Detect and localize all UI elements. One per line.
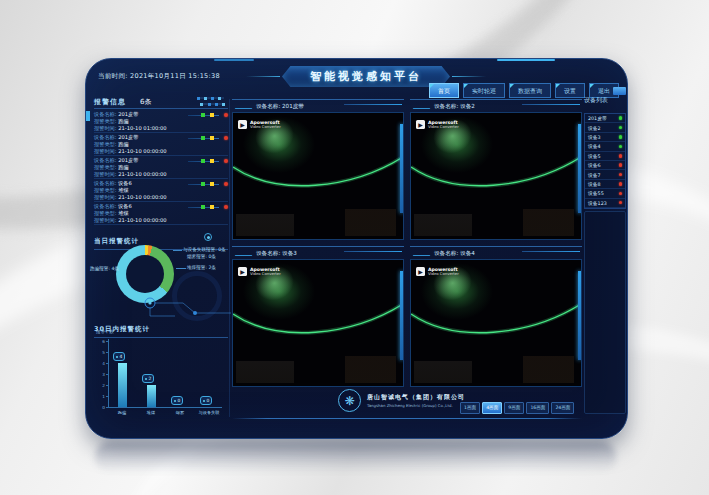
alarm-item[interactable]: 设备名称: 设备6报警类型: 堆煤报警时间: 21-10-10 00:00:00: [94, 202, 228, 225]
alarm-time-line: 报警时间: 21-10-10 00:00:00: [94, 148, 228, 155]
machinery-shadow: [345, 356, 396, 384]
screen-layout-button[interactable]: 16画面: [526, 402, 549, 414]
alarm-device-value: 201皮带: [118, 111, 138, 117]
bar-value-bubble: 0: [200, 396, 212, 405]
device-name: 设备8: [588, 181, 619, 187]
alarm-type-value: 跑偏: [118, 141, 128, 147]
alarm-device-value: 201皮带: [118, 134, 138, 140]
device-row[interactable]: 设备6: [585, 161, 625, 170]
screen-layout-button[interactable]: 24画面: [551, 402, 574, 414]
alarm-type-label: 报警类型:: [94, 210, 118, 216]
watermark-line2: Video Converter: [428, 125, 459, 130]
video-feed[interactable]: Apowersoft Video Converter: [410, 259, 582, 387]
alarm-time-label: 报警时间:: [94, 171, 118, 177]
alarm-type-label: 报警类型:: [94, 118, 118, 124]
donut-label-coalpile: 堆煤报警: 2条: [187, 265, 216, 270]
bubble-dot: [116, 356, 118, 358]
edge-accent: [86, 111, 90, 121]
nav-button[interactable]: 设置: [555, 83, 585, 98]
current-time: 当前时间: 2021年10月11日 15:15:38: [98, 72, 220, 81]
alarm-item[interactable]: 设备名称: 201皮带报警类型: 跑偏报警时间: 21-10-10 00:00:…: [94, 133, 228, 156]
device-row[interactable]: 设备55: [585, 189, 625, 198]
nav-button[interactable]: 首页: [429, 83, 459, 98]
video-header: 设备名称: 设备2: [410, 99, 582, 113]
device-row[interactable]: 设备8: [585, 180, 625, 189]
screen-layout-button[interactable]: 9画面: [504, 402, 524, 414]
alarm-item[interactable]: 设备名称: 设备6报警类型: 堆煤报警时间: 21-10-10 00:00:00: [94, 179, 228, 202]
device-status-dot: [619, 192, 623, 196]
watermark-line2: Video Converter: [250, 272, 281, 277]
video-feed[interactable]: Apowersoft Video Converter: [410, 112, 582, 240]
device-status-dot: [619, 173, 623, 177]
alarm-type-line: 报警类型: 跑偏: [94, 141, 228, 148]
bar-value-bubble: 4: [113, 352, 125, 361]
indicator-green-dot: [201, 205, 205, 209]
video-feed[interactable]: Apowersoft Video Converter: [232, 112, 404, 240]
nav-button[interactable]: 实时轮巡: [463, 83, 505, 98]
indicator-green-dot: [201, 136, 205, 140]
device-row[interactable]: 设备2: [585, 123, 625, 132]
video-scrollbar[interactable]: [578, 271, 581, 359]
alarm-item[interactable]: 设备名称: 201皮带报警类型: 跑偏报警时间: 21-10-10 01:00:…: [94, 110, 228, 133]
device-row[interactable]: 201皮带: [585, 114, 625, 123]
device-list-header: 设备列表: [584, 87, 626, 99]
bar-value-bubble: 2: [142, 374, 154, 383]
alarm-time-value: 21-10-10 00:00:00: [118, 194, 167, 200]
device-list: 201皮带设备2设备3设备4设备5设备6设备7设备8设备55设备123: [584, 113, 626, 209]
machinery-shadow: [523, 356, 574, 384]
machinery-shadow: [236, 361, 294, 384]
indicator-green-dot: [201, 159, 205, 163]
video-device-label: 设备名称: 设备4: [434, 250, 475, 258]
alarm-type-line: 报警类型: 堆煤: [94, 187, 228, 194]
alarm-count-badge: 6条: [140, 97, 151, 107]
device-list-tab[interactable]: [613, 87, 626, 95]
bar-chart-ylabel: 报警个数: [96, 329, 114, 334]
alarm-time-label: 报警时间:: [94, 148, 118, 154]
indicator-red-dot: [224, 113, 228, 117]
video-scrollbar[interactable]: [578, 124, 581, 212]
alarm-device-label: 设备名称:: [94, 134, 118, 140]
nav-button[interactable]: 数据查询: [509, 83, 551, 98]
alarm-time-value: 21-10-10 00:00:00: [118, 148, 167, 154]
device-row[interactable]: 设备7: [585, 170, 625, 179]
alarm-item[interactable]: 设备名称: 201皮带报警类型: 跑偏报警时间: 21-10-10 00:00:…: [94, 156, 228, 179]
y-axis: [108, 339, 109, 407]
alarm-indicator: [188, 182, 228, 186]
company-logo-block: ❋ 唐山智诚电气（集团）有限公司 Tangshan Zhicheng Elect…: [338, 389, 465, 412]
alarm-time-value: 21-10-10 01:00:00: [118, 125, 167, 131]
axis-tick: [106, 385, 108, 386]
device-row[interactable]: 设备3: [585, 133, 625, 142]
machinery-shadow: [236, 214, 294, 237]
device-row[interactable]: 设备4: [585, 142, 625, 151]
banner-wing: [246, 76, 280, 77]
video-device-label: 设备名称: 设备3: [256, 250, 297, 258]
device-status-dot: [619, 154, 623, 158]
axis-tick-label: 5: [95, 350, 105, 355]
bar: [118, 363, 127, 407]
video-header: 设备名称: 201皮带: [232, 99, 404, 113]
bar-category-label: 跑偏: [108, 410, 136, 415]
machinery-shadow: [523, 209, 574, 237]
screen-layout-button[interactable]: 1画面: [460, 402, 480, 414]
video-feed[interactable]: Apowersoft Video Converter: [232, 259, 404, 387]
leader-line: [176, 268, 186, 269]
device-status-dot: [619, 201, 623, 205]
screen-layout-button[interactable]: 4画面: [482, 402, 502, 414]
device-row[interactable]: 设备5: [585, 152, 625, 161]
alarm-time-value: 21-10-10 00:00:00: [118, 217, 167, 223]
donut-hole: [126, 255, 164, 293]
watermark-line2: Video Converter: [250, 125, 281, 130]
video-scrollbar[interactable]: [400, 124, 403, 212]
device-detail-panel: [584, 211, 626, 414]
axis-tick-label: 4: [95, 361, 105, 366]
indicator-red-dot: [224, 136, 228, 140]
video-scrollbar[interactable]: [400, 271, 403, 359]
device-status-dot: [619, 135, 623, 139]
edge-accent: [214, 59, 254, 61]
axis-tick: [106, 352, 108, 353]
x-axis: [108, 407, 222, 408]
alarm-time-line: 报警时间: 21-10-10 01:00:00: [94, 125, 228, 132]
axis-tick-label: 3: [95, 372, 105, 377]
alarm-indicator: [188, 136, 228, 140]
device-row[interactable]: 设备123: [585, 199, 625, 208]
